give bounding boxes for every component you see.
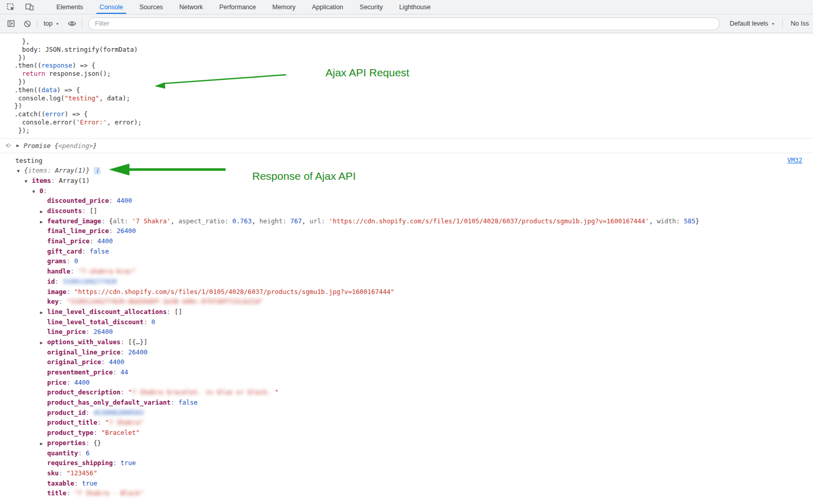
tab-memory[interactable]: Memory <box>264 0 303 14</box>
token: gift_card <box>47 247 82 255</box>
prop-presentment_price: presentment_price: 44 <box>0 367 813 377</box>
token: discounts <box>47 207 82 215</box>
tab-application[interactable]: Application <box>303 0 351 14</box>
prop-discounts: ▶discounts: [] <box>0 206 813 216</box>
token: '7 Shakra' <box>132 217 171 225</box>
tab-elements[interactable]: Elements <box>48 0 91 14</box>
tab-network[interactable]: Network <box>171 0 211 14</box>
token: : <box>109 227 116 235</box>
token: : <box>120 348 128 356</box>
prop-final_line_price: final_line_price: 26400 <box>0 226 813 236</box>
token: , <box>649 217 657 225</box>
token: quantity <box>47 449 78 457</box>
token: product_description <box>47 388 120 396</box>
token: : <box>93 429 101 436</box>
token: { <box>109 217 113 225</box>
token: taxable <box>47 479 74 487</box>
code-line: return response.json(); <box>14 70 813 78</box>
token: { <box>54 142 58 150</box>
token: false <box>90 247 109 255</box>
code-line: .then((data) => { <box>14 86 813 94</box>
token: " <box>275 388 279 396</box>
token: , <box>252 217 259 225</box>
token: : <box>109 197 116 204</box>
prop-final_price: final_price: 4400 <box>0 236 813 246</box>
token: true <box>82 479 97 487</box>
token <box>14 70 22 77</box>
devtools-tabbar: ElementsConsoleSourcesNetworkPerformance… <box>0 0 813 14</box>
token: options_with_values <box>47 338 120 346</box>
token: [{…}] <box>128 338 148 346</box>
token: : <box>59 469 67 477</box>
token: requires_shipping <box>47 459 113 467</box>
token: , <box>171 217 178 225</box>
tab-security[interactable]: Security <box>352 0 391 14</box>
code-line: .then((response) => { <box>14 61 813 70</box>
device-toolbar-icon[interactable] <box>23 1 36 13</box>
context-label: top <box>44 20 52 27</box>
token: 0 <box>39 187 44 195</box>
token: url <box>310 217 321 225</box>
eye-icon[interactable] <box>65 17 78 30</box>
code-line: }) <box>14 78 813 86</box>
tab-performance[interactable]: Performance <box>211 0 265 14</box>
code-line: }); <box>14 127 813 135</box>
issues-counter[interactable]: No Iss <box>786 20 809 27</box>
token: : <box>44 187 48 195</box>
inspect-element-icon[interactable] <box>4 1 17 13</box>
prop-key-redacted: key: "31901144277420-66d20d9f-2e38-440c-… <box>0 297 813 307</box>
token: 4400 <box>97 237 113 245</box>
disclosure-triangle[interactable]: ▶ <box>16 143 24 148</box>
code-line: }, <box>14 37 813 46</box>
redacted-value: 7 Shakra bracelet. in blue or black. <box>132 388 275 396</box>
token: : <box>101 358 109 366</box>
token: : <box>86 328 93 335</box>
token: { <box>24 166 28 174</box>
prop-price: price: 4400 <box>0 377 813 388</box>
token: : <box>113 368 120 376</box>
token: Array(1) <box>59 177 90 184</box>
code-line: console.log("testing", data); <box>14 94 813 102</box>
prop-product_id-redacted: product_id: 4530082000503 <box>0 408 813 418</box>
log-text-testing: testingVM32 <box>0 156 813 166</box>
info-icon[interactable]: i <box>94 167 100 175</box>
token: final_price <box>47 237 90 245</box>
result-arrow-icon <box>4 142 12 149</box>
console-sidebar-toggle-icon[interactable] <box>4 17 17 30</box>
token: : <box>86 409 93 416</box>
prop-original_price: original_price: 4400 <box>0 357 813 367</box>
token: : <box>167 308 174 316</box>
token: 585 <box>684 217 696 225</box>
tab-console[interactable]: Console <box>91 0 131 14</box>
promise-result: Promise {<pending>} <box>24 142 97 150</box>
prop-image: image: "https://cdn.shopify.com/s/files/… <box>0 287 813 297</box>
token: discounted_price <box>47 197 109 204</box>
token: : <box>113 459 120 467</box>
token: ) => { <box>57 86 80 94</box>
tab-lighthouse[interactable]: Lighthouse <box>391 0 439 14</box>
token: 26400 <box>93 328 113 335</box>
clear-console-icon[interactable] <box>21 17 34 30</box>
token: original_price <box>47 358 101 366</box>
execution-context-select[interactable]: top ▼ <box>40 20 62 27</box>
prop-line_price: line_price: 26400 <box>0 327 813 337</box>
source-link[interactable]: VM32 <box>787 156 802 166</box>
filter-input[interactable] <box>88 17 719 30</box>
token: original_line_price <box>47 348 120 356</box>
prop-index-0: ▼0: <box>0 186 813 196</box>
prop-items: ▼items: Array(1) <box>0 176 813 186</box>
token: .then(( <box>14 61 42 69</box>
tab-sources[interactable]: Sources <box>131 0 171 14</box>
prop-original_line_price: original_line_price: 26400 <box>0 347 813 358</box>
prop-requires_shipping: requires_shipping: true <box>0 458 813 468</box>
token: , data); <box>99 94 130 102</box>
token: console.log( <box>14 94 65 102</box>
token: handle <box>47 267 70 275</box>
prop-grams: grams: 0 <box>0 256 813 266</box>
token: 767 <box>290 217 302 225</box>
prop-line_level_discount_allocations: ▶line_level_discount_allocations: [] <box>0 307 813 317</box>
log-levels-dropdown[interactable]: Default levels ▼ <box>726 20 779 27</box>
token: width <box>657 217 676 225</box>
object-preview-row: ▼{items: Array(1)}i <box>0 165 813 176</box>
token: {} <box>93 439 101 447</box>
